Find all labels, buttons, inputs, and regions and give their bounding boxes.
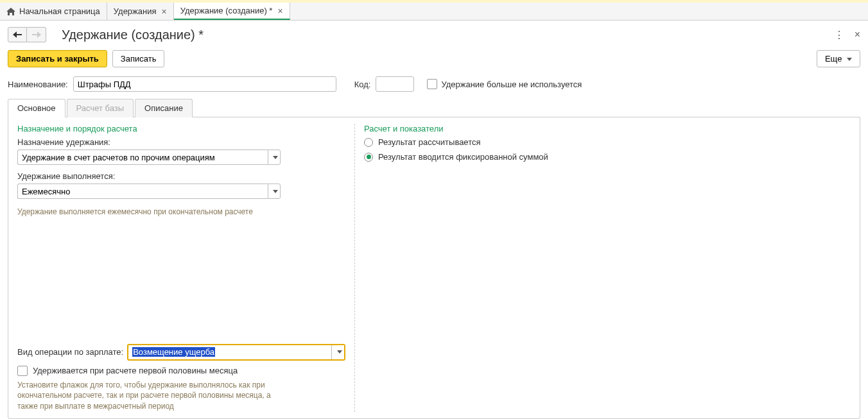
chevron-down-icon — [273, 190, 278, 193]
operation-combo[interactable]: Возмещение ущерба — [128, 345, 331, 359]
save-close-button[interactable]: Записать и закрыть — [8, 50, 107, 67]
chevron-down-icon — [337, 350, 342, 354]
nav-forward-button[interactable] — [27, 27, 46, 42]
chevron-down-icon — [847, 58, 852, 61]
tab-deduction-create[interactable]: Удержание (создание) * × — [174, 3, 290, 20]
operation-combo-dropdown[interactable] — [331, 345, 344, 359]
exec-hint: Удержание выполняется ежемесячно при око… — [17, 207, 345, 218]
section-title-left: Назначение и порядок расчета — [17, 124, 345, 133]
save-button[interactable]: Записать — [112, 50, 165, 67]
operation-label: Вид операции по зарплате: — [17, 347, 123, 357]
radio-fixed[interactable] — [364, 153, 373, 162]
radio-calculated-label: Результат рассчитывается — [378, 137, 481, 147]
section-title-right: Расчет и показатели — [364, 124, 851, 133]
header-fields: Наименование: Код: Удержание больше не и… — [0, 74, 868, 98]
tab-base[interactable]: Расчет базы — [67, 99, 134, 117]
more-label: Еще — [825, 54, 842, 64]
kebab-menu-icon[interactable]: ⋮ — [834, 29, 844, 41]
page-title: Удержание (создание) * — [62, 28, 834, 42]
content-panel: Назначение и порядок расчета Назначение … — [8, 117, 860, 419]
close-icon[interactable]: × — [855, 29, 860, 40]
tab-home[interactable]: Начальная страница — [0, 3, 107, 20]
tab-main[interactable]: Основное — [8, 99, 65, 117]
tab-bar: Начальная страница Удержания × Удержание… — [0, 3, 868, 21]
purpose-combo-dropdown[interactable] — [268, 150, 281, 165]
name-label: Наименование: — [8, 80, 68, 89]
left-column: Назначение и порядок расчета Назначение … — [8, 124, 355, 412]
first-half-label: Удерживается при расчете первой половины… — [33, 366, 238, 375]
tab-deductions[interactable]: Удержания × — [107, 3, 174, 20]
more-button[interactable]: Еще — [817, 50, 860, 67]
nav-back-button[interactable] — [8, 27, 27, 42]
tab-label: Удержание (создание) * — [180, 6, 273, 15]
exec-combo[interactable] — [17, 184, 268, 199]
exec-label: Удержание выполняется: — [17, 171, 345, 181]
radio-calculated[interactable] — [364, 138, 373, 147]
code-label: Код: — [354, 80, 371, 89]
tab-label: Удержания — [114, 6, 157, 16]
tab-close-icon[interactable]: × — [162, 7, 167, 16]
home-icon — [6, 8, 15, 15]
purpose-label: Назначение удержания: — [17, 137, 345, 147]
name-input[interactable] — [73, 76, 336, 92]
tab-home-label: Начальная страница — [19, 6, 100, 16]
purpose-combo[interactable] — [17, 150, 268, 165]
unused-label: Удержание больше не используется — [441, 80, 582, 89]
title-row: Удержание (создание) * ⋮ × — [0, 21, 868, 46]
first-half-hint: Установите флажок для того, чтобы удержа… — [17, 380, 274, 412]
chevron-down-icon — [273, 156, 278, 159]
first-half-checkbox[interactable] — [17, 366, 28, 376]
unused-checkbox[interactable] — [427, 79, 437, 89]
exec-combo-dropdown[interactable] — [268, 184, 281, 199]
action-toolbar: Записать и закрыть Записать Еще — [0, 46, 868, 74]
right-column: Расчет и показатели Результат рассчитыва… — [355, 124, 860, 412]
radio-fixed-label: Результат вводится фиксированной суммой — [378, 152, 548, 162]
tab-description[interactable]: Описание — [135, 99, 193, 117]
code-input[interactable] — [376, 76, 414, 92]
tab-close-icon[interactable]: × — [277, 6, 282, 15]
inner-tabs: Основное Расчет базы Описание — [8, 98, 860, 117]
